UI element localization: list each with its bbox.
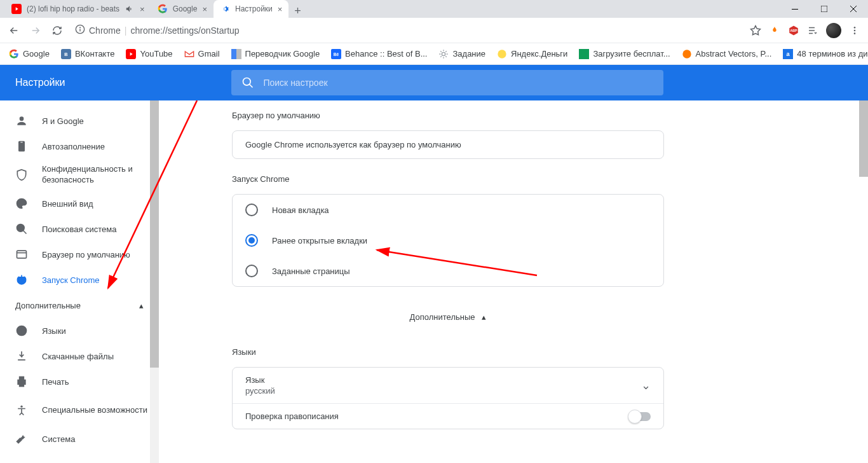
sidebar-item-default-browser[interactable]: Браузер по умолчанию: [0, 242, 159, 267]
startup-option-specific[interactable]: Заданные страницы: [233, 256, 663, 286]
close-icon[interactable]: ×: [140, 4, 145, 14]
bookmark-item[interactable]: Google: [9, 49, 50, 59]
bookmark-item[interactable]: Gmail: [184, 49, 220, 59]
bookmark-item[interactable]: Яндекс.Деньги: [497, 49, 567, 59]
browser-icon: [15, 248, 28, 261]
startup-option-continue[interactable]: Ранее открытые вкладки: [233, 225, 663, 256]
sidebar-section-advanced[interactable]: Дополнительные▴: [0, 293, 159, 318]
browser-tab-active[interactable]: Настройки ×: [214, 0, 288, 18]
svg-rect-2: [821, 6, 827, 12]
svg-point-25: [17, 225, 25, 232]
close-icon[interactable]: ×: [278, 4, 283, 14]
speaker-icon: [125, 4, 135, 14]
accessibility-icon: [15, 404, 28, 417]
page-title: Настройки: [15, 77, 65, 88]
main-scrollbar[interactable]: [859, 100, 868, 463]
sidebar-item-system[interactable]: Система: [0, 426, 159, 452]
address-url: chrome://settings/onStartup: [130, 25, 239, 36]
radio-button[interactable]: [245, 204, 258, 216]
svg-point-8: [854, 29, 856, 31]
gear-icon: [220, 4, 230, 14]
sidebar-item-print[interactable]: Печать: [0, 369, 159, 394]
language-expand-row[interactable]: Язык русский ⌄: [233, 368, 663, 403]
browser-tab-bar: (2) lofi hip hop radio - beats × Google …: [0, 0, 868, 18]
generic-icon: a: [783, 49, 793, 59]
bookmark-item[interactable]: a48 терминов из ди...: [783, 49, 868, 59]
section-title-languages: Языки: [232, 347, 664, 357]
sidebar-item-profile[interactable]: Я и Google: [0, 108, 159, 134]
sidebar-item-startup[interactable]: Запуск Chrome: [0, 267, 159, 293]
clipboard-icon: [15, 140, 28, 153]
back-button[interactable]: [8, 24, 20, 37]
svg-point-7: [854, 27, 856, 29]
minimize-button[interactable]: [780, 0, 810, 18]
youtube-icon: [126, 49, 136, 59]
svg-rect-20: [579, 49, 589, 59]
sidebar-item-appearance[interactable]: Внешний вид: [0, 191, 159, 216]
toggle-switch[interactable]: [629, 412, 651, 421]
bookmark-item[interactable]: Abstract Vectors, P...: [682, 49, 772, 59]
site-info-icon[interactable]: [75, 24, 85, 36]
reload-button[interactable]: [51, 24, 64, 37]
section-title-default-browser: Браузер по умолчанию: [232, 111, 664, 120]
advanced-toggle[interactable]: Дополнительные ▴: [232, 302, 664, 332]
bookmark-star-icon[interactable]: [750, 25, 761, 36]
bookmark-item[interactable]: BēBehance :: Best of B...: [331, 49, 427, 59]
reading-list-icon[interactable]: [807, 25, 818, 36]
settings-search[interactable]: [231, 70, 663, 95]
globe-icon: [15, 324, 28, 337]
svg-point-31: [20, 406, 22, 408]
menu-icon[interactable]: [849, 25, 860, 36]
default-browser-status: Google Chrome используется как браузер п…: [233, 131, 663, 158]
sidebar-item-downloads[interactable]: Скачанные файлы: [0, 343, 159, 369]
chevron-up-icon: ▴: [482, 312, 486, 322]
settings-header: Настройки: [0, 65, 868, 100]
bookmark-item[interactable]: BВКонтакте: [61, 49, 115, 59]
sidebar-scrollbar[interactable]: [150, 100, 159, 463]
svg-point-18: [442, 52, 445, 55]
bookmark-item[interactable]: Загрузите бесплат...: [579, 49, 670, 59]
bookmark-item[interactable]: YouTube: [126, 49, 172, 59]
svg-rect-15: [236, 49, 241, 59]
search-input[interactable]: [263, 78, 653, 88]
vecteezy-icon: [682, 49, 692, 59]
search-icon: [241, 76, 254, 89]
gear-icon: [438, 49, 449, 59]
new-tab-button[interactable]: +: [288, 4, 306, 18]
radio-button[interactable]: [245, 265, 258, 277]
maximize-button[interactable]: [810, 0, 839, 18]
tab-title: Google: [173, 4, 198, 13]
svg-point-24: [243, 78, 251, 86]
svg-text:Bē: Bē: [334, 52, 339, 56]
svg-point-19: [498, 50, 506, 58]
svg-rect-26: [17, 251, 27, 258]
extension-flame-icon[interactable]: [769, 25, 780, 36]
svg-text:a: a: [787, 51, 790, 57]
section-title-startup: Запуск Chrome: [232, 174, 664, 184]
radio-button-checked[interactable]: [245, 234, 258, 247]
address-bar[interactable]: Chrome | chrome://settings/onStartup: [71, 21, 742, 40]
browser-tab[interactable]: (2) lofi hip hop radio - beats ×: [5, 0, 151, 18]
svg-point-9: [854, 32, 856, 34]
power-icon: [15, 273, 28, 286]
sidebar-item-accessibility[interactable]: Специальные возможности: [0, 394, 159, 426]
startup-option-newtab[interactable]: Новая вкладка: [233, 195, 663, 225]
extension-abp-icon[interactable]: ABP: [788, 25, 799, 36]
google-icon: [158, 4, 168, 14]
bookmark-item[interactable]: Переводчик Google: [231, 49, 320, 59]
browser-tab[interactable]: Google ×: [151, 0, 214, 18]
svg-rect-30: [20, 384, 24, 387]
translate-icon: [231, 49, 241, 59]
forward-button[interactable]: [29, 24, 42, 37]
close-window-button[interactable]: [839, 0, 868, 18]
youtube-icon: [11, 4, 22, 14]
bookmark-item[interactable]: Задание: [438, 49, 485, 59]
profile-avatar[interactable]: [826, 23, 841, 38]
sidebar-item-search[interactable]: Поисковая система: [0, 216, 159, 242]
close-icon[interactable]: ×: [202, 4, 207, 14]
sidebar-item-autofill[interactable]: Автозаполнение: [0, 134, 159, 159]
sidebar-item-privacy[interactable]: Конфиденциальность и безопасность: [0, 159, 159, 191]
settings-sidebar: Я и Google Автозаполнение Конфиденциальн…: [0, 100, 159, 463]
sidebar-item-languages[interactable]: Языки: [0, 318, 159, 343]
spellcheck-row[interactable]: Проверка правописания: [233, 404, 663, 429]
